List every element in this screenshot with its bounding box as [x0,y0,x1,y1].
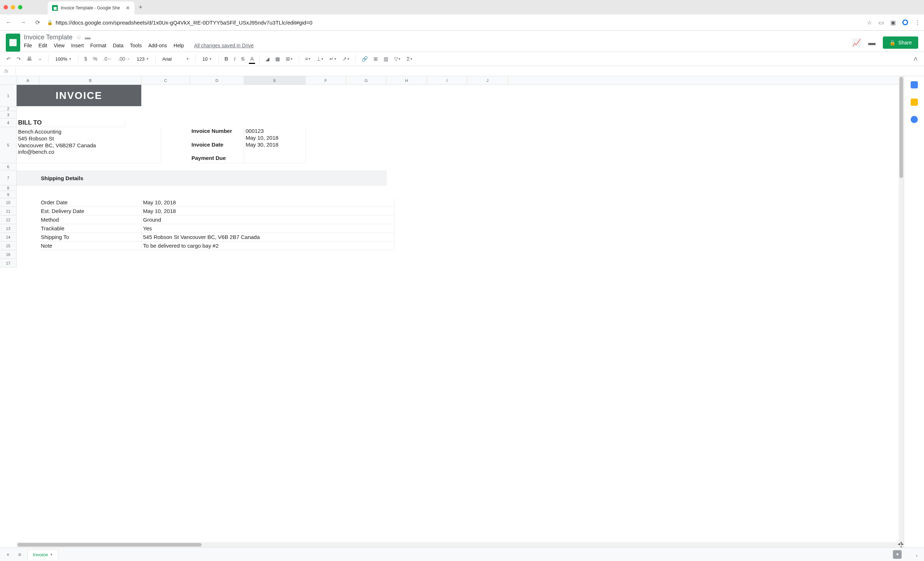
column-header-e[interactable]: E [244,76,306,84]
row-header-5[interactable]: 5 [0,127,16,163]
merge-cells-button[interactable]: ⊞▼ [284,54,295,63]
vertical-scrollbar[interactable]: ▲ ▼ [899,76,904,551]
menu-edit[interactable]: Edit [39,43,47,48]
reload-button[interactable]: ⟳ [33,19,43,26]
row-header-14[interactable]: 14 [0,233,16,241]
shipping-value-10[interactable]: May 10, 2018 [142,198,394,207]
comments-icon[interactable]: ▬ [868,39,876,47]
horizontal-scroll-thumb[interactable] [17,543,201,546]
horizontal-scrollbar[interactable] [16,542,899,547]
decrease-decimal-button[interactable]: .0← [101,54,114,63]
italic-button[interactable]: I [232,54,238,63]
row-header-13[interactable]: 13 [0,224,16,233]
menu-addons[interactable]: Add-ons [148,43,167,48]
shipping-value-12[interactable]: Ground [142,215,394,224]
borders-button[interactable]: ▦ [273,54,282,63]
minimize-window-button[interactable] [11,5,15,9]
save-status[interactable]: All changes saved in Drive [194,43,254,48]
fill-color-button[interactable]: ◢ [263,54,272,63]
row-header-12[interactable]: 12 [0,215,16,224]
url-input[interactable]: 🔒 https://docs.google.com/spreadsheets/d… [47,19,862,25]
column-header-b[interactable]: B [39,76,142,84]
menu-tools[interactable]: Tools [130,43,142,48]
add-sheet-button[interactable]: + [4,550,12,551]
row-header-15[interactable]: 15 [0,241,16,250]
text-rotation-button[interactable]: ↗▼ [340,54,352,63]
undo-button[interactable]: ↶ [4,54,13,63]
redo-button[interactable]: ↷ [15,54,23,63]
bold-button[interactable]: B [222,54,231,63]
explore-button[interactable]: ✦ [893,550,902,551]
column-header-c[interactable]: C [142,76,190,84]
row-header-8[interactable]: 8 [0,186,16,191]
vertical-align-button[interactable]: ⊥▼ [314,54,326,63]
menu-insert[interactable]: Insert [71,43,84,48]
font-size-select[interactable]: 10▼ [200,56,214,62]
horizontal-align-button[interactable]: ≡▼ [303,54,313,63]
all-sheets-button[interactable]: ≡ [16,550,23,551]
increase-decimal-button[interactable]: .00→ [116,54,132,63]
text-color-button[interactable]: A [248,54,256,63]
menu-data[interactable]: Data [113,43,123,48]
collapse-toolbar-button[interactable]: ᐱ [912,54,920,63]
keep-addon-icon[interactable] [910,99,918,106]
row-header-1[interactable]: 1 [0,85,16,106]
move-folder-icon[interactable]: ▬ [85,34,91,41]
chat-extension-icon[interactable]: ▭ [879,19,884,26]
filter-button[interactable]: ▽▼ [392,54,403,63]
text-wrap-button[interactable]: ↵▼ [327,54,339,63]
vertical-scroll-thumb[interactable] [899,77,903,178]
invoice-meta-labels-cell[interactable]: Invoice NumberInvoice DatePayment Due [190,127,244,163]
row-header-4[interactable]: 4 [0,118,16,127]
shipping-value-11[interactable]: May 10, 2018 [142,207,394,215]
column-header-g[interactable]: G [346,76,387,84]
shipping-header-cell[interactable]: Shipping Details [39,171,142,186]
calendar-addon-icon[interactable] [910,81,918,88]
menu-file[interactable]: File [24,43,32,48]
profile-icon[interactable] [902,19,908,25]
sheets-logo-icon[interactable] [6,34,20,52]
browser-tab[interactable]: ▦ Invoice Template - Google She ✕ [48,1,134,15]
shipping-label-14[interactable]: Shipping To [39,233,142,241]
row-header-6[interactable]: 6 [0,163,16,171]
menu-help[interactable]: Help [174,43,184,48]
column-header-j[interactable]: J [467,76,508,84]
column-header-f[interactable]: F [306,76,346,84]
forward-button[interactable]: → [18,19,28,25]
strikethrough-button[interactable]: S [239,54,247,63]
shipping-label-10[interactable]: Order Date [39,198,142,207]
shipping-label-12[interactable]: Method [39,215,142,224]
column-header-d[interactable]: D [190,76,244,84]
shipping-value-15[interactable]: To be delivered to cargo bay #2 [142,241,394,250]
row-header-11[interactable]: 11 [0,207,16,215]
close-tab-icon[interactable]: ✕ [126,5,130,11]
menu-view[interactable]: View [54,43,64,48]
paint-format-button[interactable]: ⫠ [35,54,45,63]
insert-link-button[interactable]: 🔗 [359,54,370,63]
row-header-2[interactable]: 2 [0,106,16,111]
insert-chart-button[interactable]: ▥ [381,54,390,63]
row-header-17[interactable]: 17 [0,259,16,268]
kebab-menu-icon[interactable]: ⋮ [915,19,920,26]
row-header-3[interactable]: 3 [0,111,16,118]
tasks-addon-icon[interactable] [910,116,918,123]
row-header-7[interactable]: 7 [0,171,16,186]
shipping-label-11[interactable]: Est. Delivery Date [39,207,142,215]
bill-to-address-cell[interactable]: Bench Accounting545 Robson StVancouver B… [16,127,161,163]
column-header-h[interactable]: H [387,76,427,84]
menu-format[interactable]: Format [90,43,106,48]
document-title[interactable]: Invoice Template [24,34,73,41]
back-button[interactable]: ← [4,19,14,25]
insert-comment-button[interactable]: ⊞ [371,54,380,63]
currency-button[interactable]: $ [82,54,89,63]
horizontal-scroll-nav[interactable]: ◀ ▶ [898,542,904,547]
camera-extension-icon[interactable]: ▣ [890,19,896,26]
invoice-header-cell[interactable]: INVOICE [16,85,142,106]
sheet-tab-invoice[interactable]: Invoice ▼ [27,549,58,551]
invoice-meta-values-cell[interactable]: 000123May 10, 2018May 30, 2018 [244,127,306,163]
shipping-label-13[interactable]: Trackable [39,224,142,233]
number-format-select[interactable]: 123▼ [134,56,152,62]
share-button[interactable]: 🔒 Share [883,36,918,49]
star-icon[interactable]: ☆ [867,19,872,26]
shipping-value-13[interactable]: Yes [142,224,394,233]
